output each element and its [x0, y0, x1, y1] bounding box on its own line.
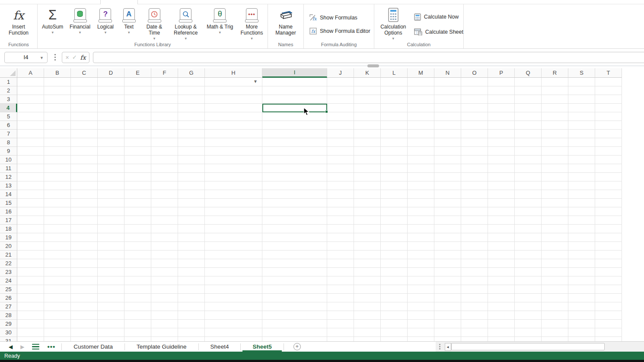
- cell-D17[interactable]: [98, 216, 124, 225]
- cell-P5[interactable]: [488, 112, 515, 121]
- cell-K2[interactable]: [354, 86, 381, 95]
- cell-R9[interactable]: [542, 147, 568, 156]
- name-manager-button[interactable]: Name Manager: [275, 6, 296, 36]
- cell-L20[interactable]: [381, 242, 408, 251]
- cell-I27[interactable]: [262, 302, 327, 311]
- cell-Q19[interactable]: [515, 233, 542, 242]
- cell-M4[interactable]: [408, 104, 434, 112]
- cell-Q18[interactable]: [515, 225, 542, 233]
- cell-O11[interactable]: [461, 164, 488, 173]
- cell-G12[interactable]: [178, 173, 205, 181]
- cell-H19[interactable]: [205, 233, 262, 242]
- cell-D12[interactable]: [98, 173, 124, 181]
- cell-O9[interactable]: [461, 147, 488, 156]
- more-functions-button[interactable]: ••• More Functions ▾: [239, 6, 265, 40]
- cell-R23[interactable]: [542, 268, 568, 276]
- cell-T8[interactable]: [595, 138, 622, 147]
- column-header-Q[interactable]: Q: [515, 68, 542, 78]
- cell-P31[interactable]: [488, 337, 515, 341]
- cell-H16[interactable]: [205, 207, 262, 216]
- cell-G6[interactable]: [178, 121, 205, 130]
- cell-I3[interactable]: [262, 95, 327, 104]
- cell-Q21[interactable]: [515, 251, 542, 259]
- lookup-reference-button[interactable]: Lookup & Reference ▾: [170, 6, 201, 40]
- cell-T24[interactable]: [595, 276, 622, 285]
- cell-dropdown-icon[interactable]: ▼: [253, 79, 258, 84]
- cell-B9[interactable]: [44, 147, 71, 156]
- cell-N15[interactable]: [434, 199, 461, 207]
- cell-M27[interactable]: [408, 302, 434, 311]
- cell-I2[interactable]: [262, 86, 327, 95]
- cell-S4[interactable]: [568, 104, 595, 112]
- cell-O27[interactable]: [461, 302, 488, 311]
- cell-D26[interactable]: [98, 294, 124, 302]
- column-header-S[interactable]: S: [568, 68, 595, 78]
- cell-I1[interactable]: [262, 78, 327, 86]
- cell-H23[interactable]: [205, 268, 262, 276]
- cell-B1[interactable]: [44, 78, 71, 86]
- cell-O26[interactable]: [461, 294, 488, 302]
- cell-O1[interactable]: [461, 78, 488, 86]
- column-header-R[interactable]: R: [542, 68, 568, 78]
- cell-M1[interactable]: [408, 78, 434, 86]
- cell-D11[interactable]: [98, 164, 124, 173]
- cell-S8[interactable]: [568, 138, 595, 147]
- cell-J11[interactable]: [327, 164, 354, 173]
- cell-M31[interactable]: [408, 337, 434, 341]
- cell-L31[interactable]: [381, 337, 408, 341]
- cell-F9[interactable]: [151, 147, 178, 156]
- cell-L3[interactable]: [381, 95, 408, 104]
- cell-G10[interactable]: [178, 156, 205, 164]
- cell-H27[interactable]: [205, 302, 262, 311]
- cell-T27[interactable]: [595, 302, 622, 311]
- cell-G15[interactable]: [178, 199, 205, 207]
- row-header-15[interactable]: 15: [0, 199, 17, 207]
- cell-F21[interactable]: [151, 251, 178, 259]
- cell-D14[interactable]: [98, 190, 124, 199]
- cell-J12[interactable]: [327, 173, 354, 181]
- cell-B12[interactable]: [44, 173, 71, 181]
- cell-K22[interactable]: [354, 259, 381, 268]
- cell-D28[interactable]: [98, 311, 124, 320]
- cell-E18[interactable]: [124, 225, 151, 233]
- column-header-H[interactable]: H: [205, 68, 262, 78]
- cell-K21[interactable]: [354, 251, 381, 259]
- next-sheet-icon[interactable]: ▶: [20, 344, 24, 349]
- cell-E7[interactable]: [124, 130, 151, 138]
- cell-E5[interactable]: [124, 112, 151, 121]
- cell-D21[interactable]: [98, 251, 124, 259]
- cell-I20[interactable]: [262, 242, 327, 251]
- cell-J27[interactable]: [327, 302, 354, 311]
- cell-C8[interactable]: [71, 138, 98, 147]
- cell-A5[interactable]: [17, 112, 44, 121]
- cell-M20[interactable]: [408, 242, 434, 251]
- cell-E2[interactable]: [124, 86, 151, 95]
- cell-T28[interactable]: [595, 311, 622, 320]
- cell-H11[interactable]: [205, 164, 262, 173]
- cell-P4[interactable]: [488, 104, 515, 112]
- cell-C31[interactable]: [71, 337, 98, 341]
- cell-H22[interactable]: [205, 259, 262, 268]
- cell-O14[interactable]: [461, 190, 488, 199]
- cell-S12[interactable]: [568, 173, 595, 181]
- cell-R17[interactable]: [542, 216, 568, 225]
- cell-S3[interactable]: [568, 95, 595, 104]
- select-all-button[interactable]: [0, 68, 17, 78]
- cell-S18[interactable]: [568, 225, 595, 233]
- cell-F7[interactable]: [151, 130, 178, 138]
- cell-E14[interactable]: [124, 190, 151, 199]
- cell-M30[interactable]: [408, 328, 434, 337]
- cell-A14[interactable]: [17, 190, 44, 199]
- cell-I22[interactable]: [262, 259, 327, 268]
- cell-H31[interactable]: [205, 337, 262, 341]
- cell-B14[interactable]: [44, 190, 71, 199]
- cell-E30[interactable]: [124, 328, 151, 337]
- cell-I24[interactable]: [262, 276, 327, 285]
- cell-C21[interactable]: [71, 251, 98, 259]
- cell-B24[interactable]: [44, 276, 71, 285]
- row-header-24[interactable]: 24: [0, 276, 17, 285]
- cell-S19[interactable]: [568, 233, 595, 242]
- cell-D13[interactable]: [98, 181, 124, 190]
- cell-P6[interactable]: [488, 121, 515, 130]
- cell-R27[interactable]: [542, 302, 568, 311]
